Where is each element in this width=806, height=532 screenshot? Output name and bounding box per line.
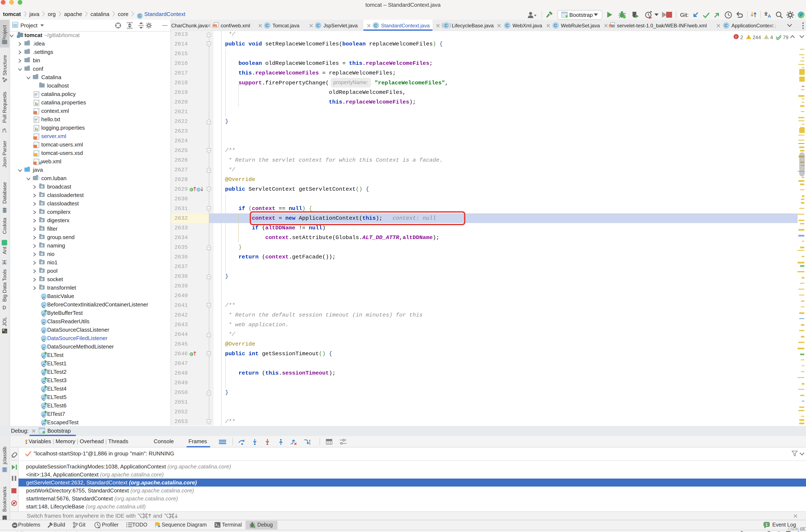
svg-text:1: 1 bbox=[766, 522, 768, 527]
svg-text:!: ! bbox=[766, 36, 766, 39]
svg-text:!: ! bbox=[748, 36, 749, 39]
svg-text:A: A bbox=[768, 14, 771, 19]
